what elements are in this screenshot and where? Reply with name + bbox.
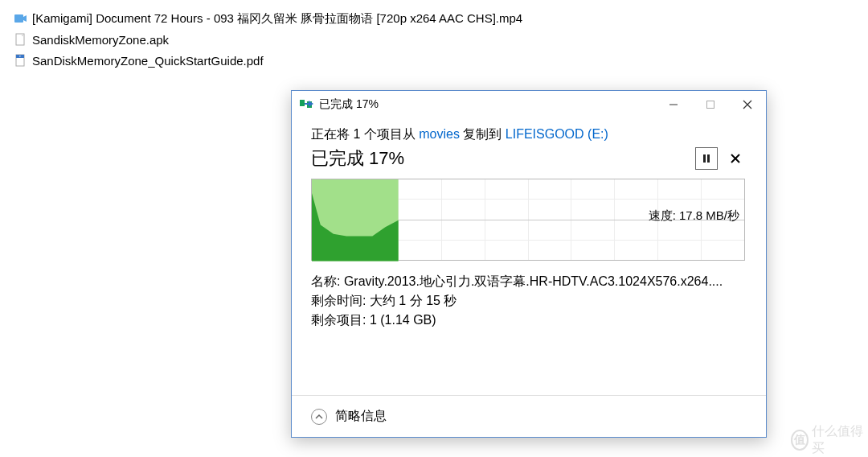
dialog-title: 已完成 17% — [319, 97, 655, 112]
progress-text: 已完成 17% — [311, 146, 689, 171]
file-list: [Kamigami] Document 72 Hours - 093 福冈久留米… — [0, 0, 868, 69]
value: Gravity.2013.地心引力.双语字幕.HR-HDTV.AC3.1024X… — [344, 274, 723, 288]
file-icon — [13, 32, 27, 47]
window-controls — [655, 91, 766, 118]
value: 1 (1.14 GB) — [370, 313, 436, 327]
watermark-coin: 值 — [791, 430, 809, 451]
close-button[interactable] — [729, 91, 766, 118]
desc-text: 复制到 — [460, 127, 506, 141]
cancel-button[interactable] — [724, 147, 747, 170]
speed-label: 速度: 17.8 MB/秒 — [649, 208, 739, 224]
copy-details: 名称: Gravity.2013.地心引力.双语字幕.HR-HDTV.AC3.1… — [311, 272, 747, 330]
detail-name: 名称: Gravity.2013.地心引力.双语字幕.HR-HDTV.AC3.1… — [311, 272, 745, 291]
label: 剩余时间: — [311, 294, 366, 307]
svg-marker-1 — [23, 15, 27, 22]
file-item[interactable]: SandiskMemoryZone.apk — [10, 31, 858, 48]
dialog-body: 正在将 1 个项目从 movies 复制到 LIFEISGOOD (E:) 已完… — [292, 118, 766, 395]
dialog-footer: 简略信息 — [292, 395, 766, 437]
detail-items: 剩余项目: 1 (1.14 GB) — [311, 311, 745, 330]
watermark-text: 什么值得买 — [812, 423, 863, 457]
minimize-button[interactable] — [655, 91, 692, 118]
file-item[interactable]: [Kamigami] Document 72 Hours - 093 福冈久留米… — [10, 10, 858, 27]
desc-text: 正在将 1 个项目从 — [311, 127, 419, 141]
file-item[interactable]: e SanDiskMemoryZone_QuickStartGuide.pdf — [10, 51, 858, 69]
value: 大约 1 分 15 秒 — [370, 294, 457, 307]
speed-chart: 速度: 17.8 MB/秒 — [311, 179, 745, 261]
label: 名称: — [311, 274, 340, 288]
watermark: 值 什么值得买 — [791, 428, 863, 452]
svg-rect-15 — [707, 154, 710, 163]
pause-button[interactable] — [695, 147, 718, 170]
progress-line: 已完成 17% — [311, 146, 747, 171]
copy-dialog: 已完成 17% 正在将 1 个项目从 movies 复制到 LIFEISGOOD… — [291, 90, 767, 438]
maximize-button[interactable] — [692, 91, 729, 118]
copy-description: 正在将 1 个项目从 movies 复制到 LIFEISGOOD (E:) — [311, 126, 747, 143]
destination-link[interactable]: LIFEISGOOD (E:) — [506, 127, 608, 141]
file-name: SandiskMemoryZone.apk — [32, 33, 169, 47]
pdf-icon: e — [13, 53, 27, 68]
svg-rect-11 — [707, 101, 714, 109]
file-name: SanDiskMemoryZone_QuickStartGuide.pdf — [32, 54, 264, 68]
detail-time: 剩余时间: 大约 1 分 15 秒 — [311, 291, 745, 311]
titlebar[interactable]: 已完成 17% — [292, 91, 766, 118]
label: 剩余项目: — [311, 313, 366, 327]
svg-text:e: e — [19, 55, 21, 58]
svg-marker-9 — [305, 101, 313, 107]
footer-text[interactable]: 简略信息 — [335, 408, 387, 425]
copy-icon — [298, 97, 314, 113]
source-link[interactable]: movies — [419, 127, 460, 141]
svg-rect-14 — [703, 154, 706, 163]
svg-rect-0 — [14, 14, 23, 23]
collapse-icon[interactable] — [311, 409, 327, 425]
video-icon — [13, 11, 27, 26]
svg-rect-7 — [300, 100, 305, 106]
file-name: [Kamigami] Document 72 Hours - 093 福冈久留米… — [32, 11, 522, 27]
